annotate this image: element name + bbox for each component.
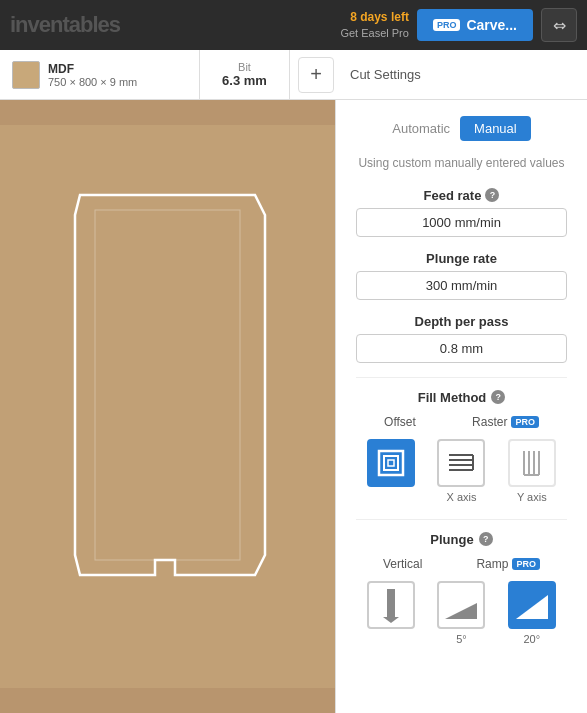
top-bar: inventables 8 days left Get Easel Pro PR… — [0, 0, 587, 50]
plunge-rate-label: Plunge rate — [426, 251, 497, 266]
material-swatch — [12, 61, 40, 89]
logo-text: inventables — [10, 12, 120, 38]
fill-xaxis-label: X axis — [447, 491, 477, 503]
svg-rect-6 — [388, 460, 394, 466]
plunge-ramp5-option[interactable]: 5° — [437, 581, 485, 645]
canvas-area — [0, 100, 335, 713]
offset-icon — [375, 447, 407, 479]
svg-rect-1 — [0, 125, 335, 688]
depth-per-pass-label: Depth per pass — [415, 314, 509, 329]
svg-marker-18 — [383, 617, 399, 623]
plunge-ramp5-icon-box — [437, 581, 485, 629]
carve-label: Carve... — [466, 17, 517, 33]
fill-offset-icon-box — [367, 439, 415, 487]
fill-offset-label: Offset — [384, 415, 416, 429]
plunge-5-label: 5° — [456, 633, 467, 645]
feed-rate-input[interactable] — [356, 208, 567, 237]
plunge-vertical-icon-box — [367, 581, 415, 629]
logo-area: inventables — [10, 12, 332, 38]
custom-description: Using custom manually entered values — [356, 155, 567, 172]
plunge-rate-row: Plunge rate — [356, 251, 567, 300]
bit-label: Bit — [238, 61, 251, 73]
mode-toggle: Automatic Manual — [356, 116, 567, 141]
fill-raster-label: Raster PRO — [472, 415, 539, 429]
plunge-vertical-label: Vertical — [383, 557, 422, 571]
move-button[interactable]: ⇔ — [541, 8, 577, 42]
xaxis-icon — [445, 447, 477, 479]
svg-marker-19 — [445, 603, 477, 619]
divider-1 — [356, 377, 567, 378]
fill-icons-row: X axis Y axis — [356, 439, 567, 503]
svg-rect-4 — [379, 451, 403, 475]
settings-panel: Automatic Manual Using custom manually e… — [335, 100, 587, 713]
svg-rect-5 — [384, 456, 398, 470]
cut-settings-button[interactable]: Cut Settings — [342, 67, 429, 82]
toolbar-row: MDF 750 × 800 × 9 mm Bit 6.3 mm + Cut Se… — [0, 50, 587, 100]
days-left-section: 8 days left Get Easel Pro — [340, 10, 408, 40]
svg-rect-17 — [387, 589, 395, 617]
fill-method-title: Fill Method ? — [356, 390, 567, 405]
fill-xaxis-option[interactable]: X axis — [437, 439, 485, 503]
add-button[interactable]: + — [298, 57, 334, 93]
feed-rate-label: Feed rate — [424, 188, 482, 203]
fill-xaxis-icon-box — [437, 439, 485, 487]
plunge-ramp20-option[interactable]: 20° — [508, 581, 556, 645]
fill-method-help-icon[interactable]: ? — [491, 390, 505, 404]
plunge-ramp-label: Ramp PRO — [476, 557, 540, 571]
plunge-20-label: 20° — [523, 633, 540, 645]
yaxis-icon — [516, 447, 548, 479]
plunge-label: Plunge — [430, 532, 473, 547]
days-left-text: 8 days left — [340, 10, 408, 26]
depth-per-pass-label-row: Depth per pass — [356, 314, 567, 329]
feed-rate-row: Feed rate ? — [356, 188, 567, 237]
automatic-label[interactable]: Automatic — [392, 121, 450, 136]
manual-button[interactable]: Manual — [460, 116, 531, 141]
fill-yaxis-icon-box — [508, 439, 556, 487]
plunge-ramp5-icon — [441, 587, 481, 623]
fill-offset-option[interactable] — [367, 439, 415, 487]
plunge-icons-row: 5° 20° — [356, 581, 567, 645]
design-canvas[interactable] — [0, 100, 335, 713]
plunge-help-icon[interactable]: ? — [479, 532, 493, 546]
plunge-rate-input[interactable] — [356, 271, 567, 300]
divider-2 — [356, 519, 567, 520]
get-pro-text[interactable]: Get Easel Pro — [340, 26, 408, 40]
plunge-pro-badge: PRO — [512, 558, 540, 570]
depth-per-pass-row: Depth per pass — [356, 314, 567, 363]
plunge-vertical-option[interactable] — [367, 581, 415, 629]
raster-pro-badge: PRO — [511, 416, 539, 428]
plunge-option-labels: Vertical Ramp PRO — [356, 557, 567, 571]
svg-marker-20 — [516, 595, 548, 619]
bit-section[interactable]: Bit 6.3 mm — [200, 50, 290, 99]
depth-per-pass-input[interactable] — [356, 334, 567, 363]
material-name: MDF — [48, 62, 137, 76]
fill-options-labels: Offset Raster PRO — [356, 415, 567, 429]
carve-button[interactable]: PRO Carve... — [417, 9, 533, 41]
feed-rate-label-row: Feed rate ? — [356, 188, 567, 203]
main-content: Automatic Manual Using custom manually e… — [0, 100, 587, 713]
plunge-section-title: Plunge ? — [356, 532, 567, 547]
add-icon: + — [310, 63, 322, 86]
fill-yaxis-option[interactable]: Y axis — [508, 439, 556, 503]
move-icon: ⇔ — [553, 16, 566, 35]
bit-value: 6.3 mm — [222, 73, 267, 88]
plunge-rate-label-row: Plunge rate — [356, 251, 567, 266]
plunge-vertical-icon — [377, 587, 405, 623]
plunge-ramp20-icon-box — [508, 581, 556, 629]
fill-method-label: Fill Method — [418, 390, 487, 405]
fill-yaxis-label: Y axis — [517, 491, 547, 503]
material-section[interactable]: MDF 750 × 800 × 9 mm — [0, 50, 200, 99]
material-dims: 750 × 800 × 9 mm — [48, 76, 137, 88]
feed-rate-help-icon[interactable]: ? — [485, 188, 499, 202]
plunge-ramp20-icon — [512, 587, 552, 623]
material-info: MDF 750 × 800 × 9 mm — [48, 62, 137, 88]
carve-pro-badge: PRO — [433, 19, 461, 31]
